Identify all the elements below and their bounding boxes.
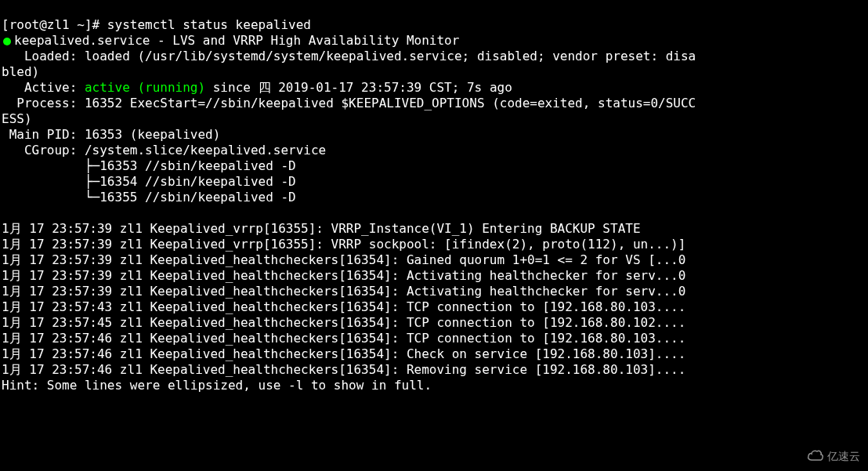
log-line: 1月 17 23:57:39 zl1 Keepalived_healthchec…	[2, 252, 685, 267]
shell-prompt: [root@zl1 ~]#	[2, 17, 107, 32]
watermark: 亿速云	[807, 449, 860, 466]
log-line: 1月 17 23:57:46 zl1 Keepalived_healthchec…	[2, 331, 685, 346]
terminal-output: [root@zl1 ~]# systemctl status keepalive…	[0, 0, 868, 395]
cgroup-child: ├─16353 //sbin/keepalived -D	[2, 158, 296, 173]
log-line: 1月 17 23:57:46 zl1 Keepalived_healthchec…	[2, 346, 685, 361]
log-line: 1月 17 23:57:43 zl1 Keepalived_healthchec…	[2, 299, 685, 314]
log-line: 1月 17 23:57:39 zl1 Keepalived_vrrp[16355…	[2, 237, 685, 252]
hint-line: Hint: Some lines were ellipsized, use -l…	[2, 378, 432, 393]
loaded-label: Loaded:	[2, 49, 85, 63]
active-label: Active:	[2, 80, 85, 95]
watermark-text: 亿速云	[827, 450, 860, 464]
log-line: 1月 17 23:57:45 zl1 Keepalived_healthchec…	[2, 315, 685, 330]
process-value: 16352 ExecStart=//sbin/keepalived $KEEPA…	[85, 96, 696, 111]
service-description: LVS and VRRP High Availability Monitor	[172, 33, 459, 48]
cgroup-child: ├─16354 //sbin/keepalived -D	[2, 174, 296, 189]
process-value-cont: ESS)	[2, 111, 32, 126]
status-dot-icon	[3, 38, 11, 45]
cloud-icon	[807, 449, 827, 466]
cgroup-label: CGroup:	[2, 143, 85, 158]
unit-sep: -	[150, 33, 172, 48]
cgroup-path: /system.slice/keepalived.service	[85, 143, 326, 158]
shell-command[interactable]: systemctl status keepalived	[107, 17, 311, 32]
cgroup-child: └─16355 //sbin/keepalived -D	[2, 190, 296, 205]
service-unit: keepalived.service	[14, 33, 150, 48]
loaded-value-cont: bled)	[2, 64, 39, 79]
loaded-value: loaded (/usr/lib/systemd/system/keepaliv…	[85, 49, 696, 63]
active-state: active (running)	[85, 80, 205, 95]
log-line: 1月 17 23:57:46 zl1 Keepalived_healthchec…	[2, 362, 685, 377]
log-line: 1月 17 23:57:39 zl1 Keepalived_healthchec…	[2, 268, 685, 283]
log-line: 1月 17 23:57:39 zl1 Keepalived_vrrp[16355…	[2, 221, 641, 236]
main-pid-value: 16353 (keepalived)	[85, 127, 220, 142]
process-label: Process:	[2, 96, 85, 111]
active-since: since 四 2019-01-17 23:57:39 CST; 7s ago	[205, 80, 512, 95]
log-line: 1月 17 23:57:39 zl1 Keepalived_healthchec…	[2, 284, 685, 299]
main-pid-label: Main PID:	[2, 127, 85, 142]
